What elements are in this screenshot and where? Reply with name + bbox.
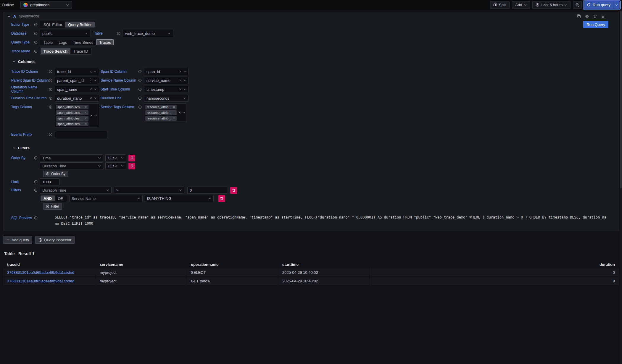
order-by-field-select[interactable]: Time [40, 154, 103, 161]
clear-icon[interactable] [89, 70, 92, 73]
trash-icon [130, 156, 134, 160]
scrollbar-track[interactable] [620, 10, 622, 364]
tags-column-multiselect[interactable]: span_attributes.... span_attributes.... … [55, 103, 99, 127]
filter-value-input[interactable] [187, 187, 228, 194]
header-starttime[interactable]: starttime [278, 261, 370, 268]
query-type-label: Query Type [11, 39, 38, 46]
header-servicename[interactable]: servicename [96, 261, 187, 268]
filter-operator-select[interactable]: IS ANYTHING [145, 195, 214, 202]
order-by-label: Order By [11, 154, 38, 161]
table-row: 3768831301ea0d65adaef8b9da1cbded myproje… [3, 268, 619, 276]
delete-query-icon[interactable] [593, 14, 597, 18]
remove-tag-icon[interactable] [85, 106, 87, 108]
order-by-direction-select[interactable]: DESC [105, 154, 126, 161]
trace-mode-id[interactable]: Trace ID [70, 48, 91, 54]
remove-tag-icon[interactable] [85, 111, 87, 114]
results-table: traceid servicename operationname startt… [3, 261, 619, 285]
add-order-by-button[interactable]: Order By [43, 171, 68, 177]
info-icon [34, 156, 38, 160]
info-icon [49, 105, 52, 109]
chevron-down-icon [94, 114, 97, 117]
operation-name-column-select[interactable]: span_name [55, 86, 99, 93]
condition-and[interactable]: AND [41, 195, 55, 201]
filter-field-select[interactable]: Service Name [69, 195, 143, 202]
split-button[interactable]: Split [490, 1, 510, 9]
trace-id-link[interactable]: 3768831301ea0d65adaef8b9da1cbded [7, 279, 74, 283]
time-range-picker[interactable]: Last 6 hours [532, 1, 571, 9]
clear-icon[interactable] [178, 111, 181, 114]
query-type-logs[interactable]: Logs [56, 39, 70, 45]
table-select[interactable]: web_trace_demo [123, 30, 173, 37]
plus-icon [6, 238, 10, 242]
add-query-button[interactable]: Add query [3, 236, 32, 244]
zoom-out-button[interactable] [573, 1, 582, 9]
events-prefix-label: Events Prefix [11, 131, 52, 138]
chevron-down-icon [94, 79, 97, 82]
trace-id-column-select[interactable]: trace_id [55, 68, 99, 75]
add-button[interactable]: Add [512, 1, 530, 9]
trace-mode-search[interactable]: Trace Search [41, 48, 70, 54]
drag-handle-icon[interactable] [601, 14, 605, 18]
header-traceid[interactable]: traceid [3, 261, 96, 268]
order-by-direction-select[interactable]: DESC [105, 162, 126, 169]
service-tags-column-multiselect[interactable]: resource_attrib... resource_attrib... re… [144, 103, 186, 122]
run-query-dropdown[interactable] [613, 1, 620, 9]
clear-icon[interactable] [89, 88, 92, 91]
query-type-traces[interactable]: Traces [96, 39, 114, 45]
database-select[interactable]: public [40, 30, 90, 37]
columns-section-title: Columns [18, 59, 35, 64]
table-label: Table [94, 30, 120, 37]
remove-tag-icon[interactable] [173, 111, 175, 114]
order-by-field-select[interactable]: Duration Time [40, 162, 103, 169]
clear-icon[interactable] [179, 88, 182, 91]
chevron-down-icon [183, 79, 186, 82]
remove-tag-icon[interactable] [85, 123, 87, 125]
filters-section-header[interactable]: Filters [12, 146, 608, 150]
duplicate-query-icon[interactable] [577, 14, 581, 18]
collapse-chevron-icon[interactable] [7, 15, 11, 18]
query-type-table[interactable]: Table [41, 39, 56, 45]
filter-field-select[interactable]: Duration Time [40, 187, 112, 194]
scrollbar-thumb[interactable] [620, 11, 622, 188]
run-query-button[interactable]: Run query [584, 1, 620, 9]
clear-icon[interactable] [89, 97, 92, 100]
remove-order-by-button[interactable] [128, 155, 135, 161]
condition-or[interactable]: OR [55, 195, 67, 201]
query-type-timeseries[interactable]: Time Series [70, 39, 96, 45]
remove-tag-icon[interactable] [173, 117, 175, 119]
datasource-picker[interactable]: greptimedb [20, 1, 72, 9]
service-name-column-select[interactable]: service_name [144, 77, 188, 84]
query-inspector-button[interactable]: Query inspector [35, 236, 75, 244]
remove-order-by-button[interactable] [128, 163, 135, 169]
remove-filter-button[interactable] [230, 187, 237, 194]
duration-unit-select[interactable]: nanoseconds [144, 95, 188, 102]
remove-tag-icon[interactable] [85, 117, 87, 119]
header-duration[interactable]: duration [370, 261, 619, 268]
parent-span-id-column-select[interactable]: parent_span_id [55, 77, 99, 84]
trace-id-link[interactable]: 3768831301ea0d65adaef8b9da1cbded [7, 270, 74, 275]
add-filter-button[interactable]: Filter [43, 203, 62, 210]
clear-icon[interactable] [89, 79, 92, 82]
chevron-down-icon [85, 32, 88, 35]
columns-section-header[interactable]: Columns [12, 59, 608, 64]
toggle-visibility-icon[interactable] [585, 14, 589, 19]
header-operationname[interactable]: operationname [187, 261, 278, 268]
remove-filter-button[interactable] [218, 195, 225, 202]
panel-run-query-button[interactable]: Run Query [583, 21, 608, 28]
events-prefix-input[interactable] [55, 131, 107, 138]
clear-icon[interactable] [179, 79, 182, 82]
trace-mode-group: Trace Search Trace ID [40, 48, 91, 55]
filter-operator-select[interactable]: > [114, 187, 184, 194]
limit-input[interactable] [40, 178, 59, 185]
editor-type-sql[interactable]: SQL Editor [41, 22, 65, 27]
tag-chip: span_attributes.... [56, 116, 88, 121]
refresh-icon [587, 3, 591, 7]
duration-time-column-select[interactable]: duration_nano [55, 95, 99, 102]
clear-icon[interactable] [179, 70, 182, 73]
span-id-column-select[interactable]: span_id [144, 68, 188, 75]
clear-icon[interactable] [90, 114, 93, 117]
remove-tag-icon[interactable] [173, 106, 175, 108]
editor-type-builder[interactable]: Query Builder [65, 22, 94, 27]
parent-span-id-column-label: Parent Span ID Column [11, 77, 52, 84]
start-time-column-select[interactable]: timestamp [144, 86, 188, 93]
